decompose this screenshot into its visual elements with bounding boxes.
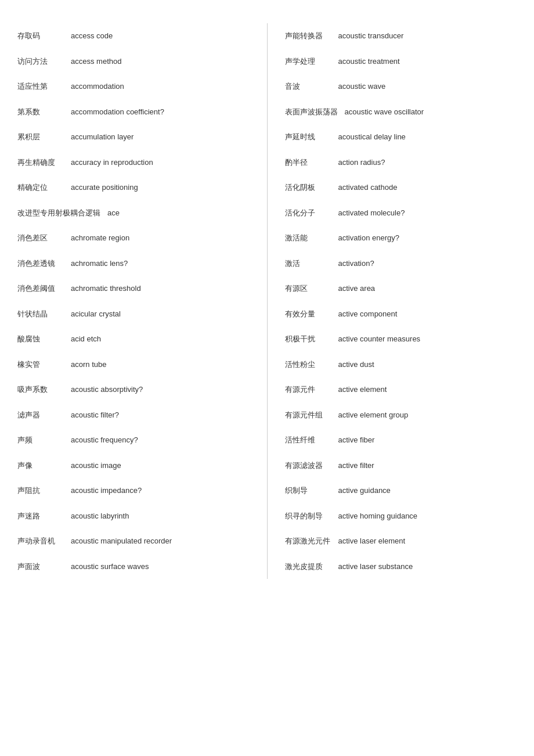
- english-term: activated cathode: [338, 182, 517, 193]
- chinese-term: 激活能: [285, 232, 331, 244]
- list-item: 有源元件组active element group: [285, 402, 517, 428]
- english-term: accurate positioning: [71, 182, 250, 193]
- list-item: 活化阴板activated cathode: [285, 175, 517, 200]
- english-term: achromatic lens?: [71, 258, 250, 269]
- english-term: acoustic labyrinth: [71, 510, 250, 522]
- chinese-term: 活化阴板: [285, 182, 331, 193]
- english-term: activated molecule?: [338, 207, 517, 219]
- english-term: active fiber: [338, 434, 517, 446]
- chinese-term: 积极干扰: [285, 333, 331, 345]
- chinese-term: 有源激光元件: [285, 535, 331, 547]
- english-term: active component: [338, 308, 517, 320]
- list-item: 激活能activation energy?: [285, 225, 517, 251]
- chinese-term: 消色差阈值: [17, 283, 64, 294]
- chinese-term: 声延时线: [285, 131, 331, 143]
- english-term: acoustical delay line: [338, 131, 517, 143]
- chinese-term: 织制导: [285, 485, 331, 496]
- chinese-term: 织寻的制导: [285, 510, 331, 522]
- chinese-term: 声频: [17, 434, 64, 446]
- chinese-term: 声阻抗: [17, 485, 64, 496]
- english-term: active laser element: [338, 535, 517, 547]
- chinese-term: 声面波: [17, 561, 64, 573]
- english-term: acoustic wave oscillator: [345, 106, 517, 118]
- list-item: 存取码access code: [17, 23, 250, 49]
- list-item: 有效分量active component: [285, 301, 517, 327]
- chinese-term: 活性粉尘: [285, 359, 331, 370]
- chinese-term: 声能转换器: [285, 30, 331, 42]
- chinese-term: 精确定位: [17, 182, 64, 193]
- chinese-term: 存取码: [17, 30, 64, 42]
- chinese-term: 酸腐蚀: [17, 333, 64, 345]
- english-term: ace: [107, 207, 250, 219]
- english-term: acoustic absorptivity?: [71, 384, 250, 395]
- list-item: 酸腐蚀acid etch: [17, 326, 250, 352]
- chinese-term: 声迷路: [17, 510, 64, 522]
- chinese-term: 声动录音机: [17, 535, 64, 547]
- english-term: acoustic treatment: [338, 56, 517, 67]
- right-column: 声能转换器acoustic transducer声学处理acoustic tre…: [268, 23, 535, 579]
- list-item: 精确定位accurate positioning: [17, 175, 250, 200]
- chinese-term: 适应性第: [17, 81, 64, 92]
- english-term: accommodation coefficient?: [71, 106, 250, 118]
- english-term: active area: [338, 283, 517, 294]
- english-term: accommodation: [71, 81, 250, 92]
- list-item: 累积层accumulation layer: [17, 124, 250, 150]
- chinese-term: 改进型专用射极耦合逻辑: [17, 207, 100, 219]
- chinese-term: 音波: [285, 81, 331, 92]
- chinese-term: 累积层: [17, 131, 64, 143]
- list-item: 活化分子activated molecule?: [285, 200, 517, 226]
- list-item: 针状结晶acicular crystal: [17, 301, 250, 327]
- chinese-term: 橡实管: [17, 359, 64, 370]
- english-term: active element: [338, 384, 517, 395]
- list-item: 消色差阈值achromatic threshold: [17, 276, 250, 301]
- english-term: active element group: [338, 409, 517, 421]
- english-term: achromate region: [71, 232, 250, 244]
- list-item: 吸声系数acoustic absorptivity?: [17, 377, 250, 402]
- english-term: acoustic image: [71, 460, 250, 471]
- list-item: 第系数accommodation coefficient?: [17, 99, 250, 125]
- english-term: active homing guidance: [338, 510, 517, 522]
- list-item: 消色差区achromate region: [17, 225, 250, 251]
- list-item: 声迷路acoustic labyrinth: [17, 503, 250, 529]
- english-term: acoustic frequency?: [71, 434, 250, 446]
- english-term: acid etch: [71, 333, 250, 345]
- chinese-term: 再生精确度: [17, 157, 64, 168]
- english-term: acoustic filter?: [71, 409, 250, 421]
- english-term: acoustic transducer: [338, 30, 517, 42]
- chinese-term: 有源元件: [285, 384, 331, 395]
- english-term: achromatic threshold: [71, 283, 250, 294]
- english-term: active guidance: [338, 485, 517, 496]
- english-term: acicular crystal: [71, 308, 250, 320]
- chinese-term: 激光皮提质: [285, 561, 331, 573]
- list-item: 有源元件active element: [285, 377, 517, 402]
- list-item: 声动录音机acoustic manipulated recorder: [17, 528, 250, 554]
- chinese-term: 活性纤维: [285, 434, 331, 446]
- english-term: acorn tube: [71, 359, 250, 370]
- chinese-term: 消色差区: [17, 232, 64, 244]
- list-item: 声学处理acoustic treatment: [285, 49, 517, 74]
- list-item: 声像acoustic image: [17, 453, 250, 478]
- list-item: 滤声器acoustic filter?: [17, 402, 250, 428]
- chinese-term: 有源滤波器: [285, 460, 331, 471]
- list-item: 有源区active area: [285, 276, 517, 301]
- list-item: 再生精确度accuracy in reproduction: [17, 150, 250, 175]
- chinese-term: 有源元件组: [285, 409, 331, 421]
- english-term: accumulation layer: [71, 131, 250, 143]
- chinese-term: 表面声波振荡器: [285, 106, 338, 118]
- english-term: acoustic wave: [338, 81, 517, 92]
- english-term: activation energy?: [338, 232, 517, 244]
- list-item: 表面声波振荡器acoustic wave oscillator: [285, 99, 517, 125]
- chinese-term: 访问方法: [17, 56, 64, 67]
- list-item: 声延时线acoustical delay line: [285, 124, 517, 150]
- chinese-term: 第系数: [17, 106, 64, 118]
- english-term: active dust: [338, 359, 517, 370]
- chinese-term: 消色差透镜: [17, 258, 64, 269]
- list-item: 声面波acoustic surface waves: [17, 554, 250, 579]
- chinese-term: 激活: [285, 258, 331, 269]
- page-container: 存取码access code访问方法access method适应性第accom…: [0, 0, 534, 602]
- left-column: 存取码access code访问方法access method适应性第accom…: [0, 23, 268, 579]
- list-item: 有源激光元件active laser element: [285, 528, 517, 554]
- english-term: action radius?: [338, 157, 517, 168]
- list-item: 声阻抗acoustic impedance?: [17, 478, 250, 503]
- chinese-term: 针状结晶: [17, 308, 64, 320]
